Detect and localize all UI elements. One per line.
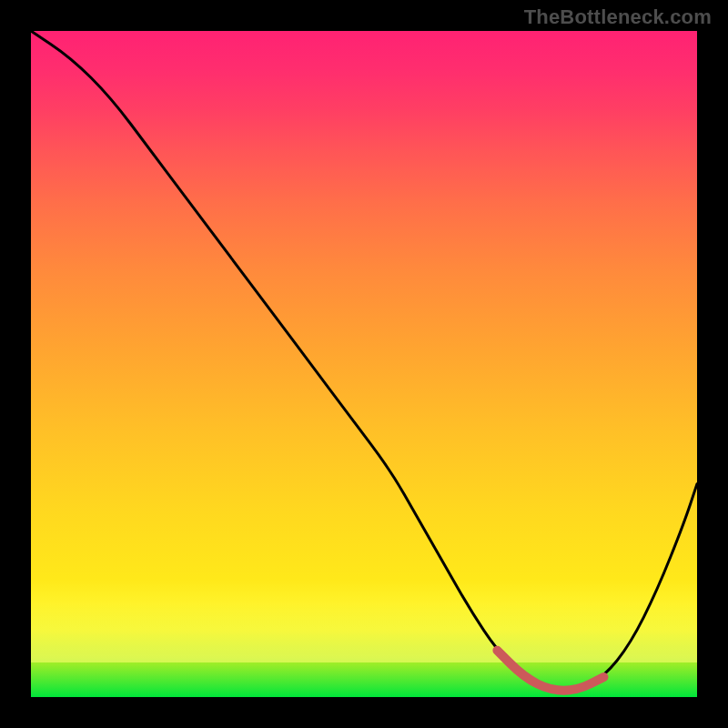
plot-area xyxy=(31,31,697,697)
curve-path xyxy=(31,31,697,691)
chart-frame: TheBottleneck.com xyxy=(0,0,728,728)
bottleneck-curve xyxy=(31,31,697,697)
watermark-text: TheBottleneck.com xyxy=(524,5,712,29)
curve-highlight xyxy=(497,651,603,691)
